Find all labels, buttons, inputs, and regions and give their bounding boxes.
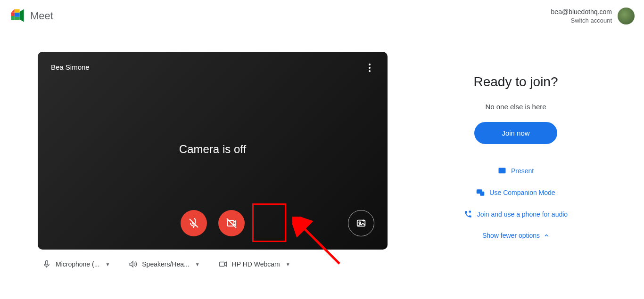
speaker-label: Speakers/Hea... — [142, 260, 189, 268]
left-panel: Bea Simone Camera is off — [38, 52, 388, 268]
header-right: bea@bluedothq.com Switch account — [551, 8, 635, 24]
svg-rect-16 — [46, 261, 48, 265]
chevron-down-icon: ▼ — [286, 262, 290, 267]
mic-label: Microphone (... — [56, 260, 99, 268]
chevron-down-icon: ▼ — [105, 262, 110, 267]
participant-name: Bea Simone — [51, 63, 90, 71]
more-options-button[interactable] — [362, 60, 377, 75]
device-selectors: Microphone (... ▼ Speakers/Hea... ▼ HP H… — [38, 250, 388, 268]
present-icon — [498, 167, 506, 175]
svg-point-6 — [369, 67, 371, 69]
companion-mode-button[interactable]: Use Companion Mode — [476, 188, 555, 197]
svg-rect-23 — [480, 192, 484, 196]
svg-rect-2 — [11, 16, 15, 20]
annotation-highlight — [252, 203, 286, 242]
svg-point-5 — [369, 64, 371, 65]
ready-title: Ready to join? — [473, 74, 558, 89]
account-email: bea@bluedothq.com — [551, 8, 612, 16]
phone-icon — [464, 210, 472, 218]
app-name: Meet — [30, 10, 53, 22]
companion-label: Use Companion Mode — [489, 189, 555, 196]
join-now-button[interactable]: Join now — [474, 122, 557, 144]
phone-label: Join and use a phone for audio — [477, 210, 568, 218]
video-preview: Bea Simone Camera is off — [38, 52, 388, 250]
speaker-icon — [129, 260, 137, 268]
camera-toggle-button[interactable] — [218, 210, 245, 236]
participants-subtext: No one else is here — [485, 103, 546, 111]
header: Meet bea@bluedothq.com Switch account — [0, 0, 644, 32]
svg-point-7 — [369, 70, 371, 72]
toggle-options-button[interactable]: Show fewer options — [482, 232, 549, 239]
present-label: Present — [511, 167, 534, 175]
chevron-up-icon — [544, 233, 549, 238]
right-panel: Ready to join? No one else is here Join … — [397, 52, 635, 268]
companion-icon — [476, 188, 485, 197]
svg-rect-19 — [219, 262, 224, 267]
mic-selector[interactable]: Microphone (... ▼ — [42, 260, 110, 268]
camera-off-text: Camera is off — [179, 143, 246, 156]
toggle-label: Show fewer options — [482, 232, 540, 239]
svg-point-13 — [359, 222, 361, 224]
mic-off-icon — [188, 218, 199, 229]
avatar[interactable] — [618, 8, 635, 24]
meet-logo-icon — [9, 8, 26, 24]
present-button[interactable]: Present — [498, 167, 534, 175]
camera-selector[interactable]: HP HD Webcam ▼ — [219, 260, 290, 268]
effects-icon — [356, 218, 366, 228]
switch-account-link[interactable]: Switch account — [551, 16, 612, 25]
chevron-down-icon: ▼ — [195, 262, 200, 267]
speaker-selector[interactable]: Speakers/Hea... ▼ — [129, 260, 199, 268]
svg-rect-3 — [15, 13, 20, 17]
camera-off-icon — [226, 218, 237, 229]
mic-toggle-button[interactable] — [181, 210, 207, 236]
more-vertical-icon — [369, 64, 371, 72]
svg-rect-4 — [15, 17, 20, 20]
camera-label: HP HD Webcam — [232, 260, 280, 268]
media-controls — [181, 210, 245, 236]
svg-rect-1 — [15, 9, 20, 13]
header-left: Meet — [9, 8, 53, 24]
main: Bea Simone Camera is off — [0, 32, 644, 268]
mic-icon — [42, 260, 51, 268]
camera-icon — [219, 260, 227, 268]
phone-audio-button[interactable]: Join and use a phone for audio — [464, 210, 568, 218]
svg-rect-0 — [11, 13, 15, 16]
visual-effects-button[interactable] — [348, 210, 374, 236]
svg-marker-18 — [130, 261, 133, 267]
account-text: bea@bluedothq.com Switch account — [551, 8, 612, 24]
